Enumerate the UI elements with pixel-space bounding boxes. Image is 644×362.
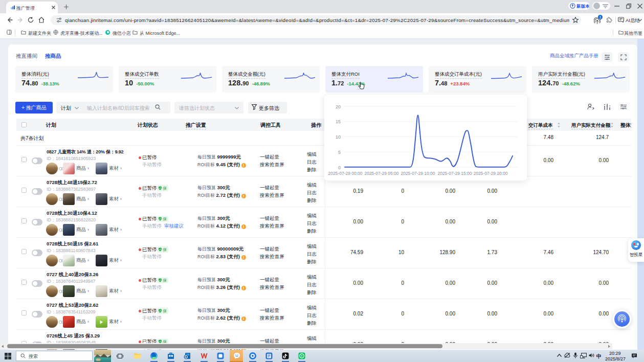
svg-text:2025-07-29 15:00: 2025-07-29 15:00 (437, 171, 472, 176)
svg-text:5: 5 (338, 150, 341, 155)
svg-text:15: 15 (336, 119, 341, 124)
svg-text:0: 0 (338, 165, 341, 170)
svg-text:2025-07-29 10:00: 2025-07-29 10:00 (401, 171, 435, 176)
svg-text:2025-07-29 05:00: 2025-07-29 05:00 (364, 171, 398, 176)
svg-text:10: 10 (336, 134, 341, 140)
svg-text:2025-07-29 20:00: 2025-07-29 20:00 (473, 171, 507, 176)
svg-text:20: 20 (336, 104, 341, 109)
svg-text:2025-07-29 00:00: 2025-07-29 00:00 (328, 171, 362, 176)
